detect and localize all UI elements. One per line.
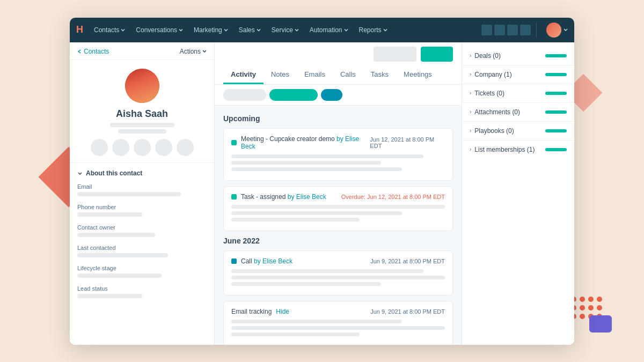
tab-notes[interactable]: Notes (264, 66, 297, 84)
tab-calls[interactable]: Calls (333, 66, 363, 84)
nav-conversations[interactable]: Conversations (131, 24, 187, 36)
tab-meetings[interactable]: Meetings (396, 66, 440, 84)
activity-dot-call (231, 258, 237, 264)
profile-action-call[interactable] (112, 139, 129, 156)
activity-card-task: Task - assigned by Elise Beck Overdue: J… (223, 186, 453, 231)
tab-tasks[interactable]: Tasks (363, 66, 396, 84)
field-email-label: Email (77, 183, 207, 190)
activity-email-tracking-title: Email tracking (231, 308, 272, 315)
breadcrumb[interactable]: Contacts (77, 48, 109, 55)
tab-emails[interactable]: Emails (297, 66, 333, 84)
section-title-june: June 2022 (223, 237, 453, 245)
profile-action-meeting[interactable] (155, 139, 172, 156)
right-panel-attachments[interactable]: › Attachments (0) (462, 103, 574, 122)
nav-marketing[interactable]: Marketing (189, 24, 232, 36)
deco-rect (589, 315, 612, 333)
nav-contacts[interactable]: Contacts (90, 24, 129, 36)
right-panel-list-memberships-action[interactable] (545, 148, 567, 151)
right-panel-tickets[interactable]: › Tickets (0) (462, 84, 574, 103)
profile-subtitle-2 (118, 129, 166, 134)
right-panel: › Deals (0) › Company (1) › Tickets (0) (462, 42, 574, 345)
field-lead-status: Lead status (77, 285, 207, 298)
actions-button[interactable]: Actions (180, 48, 207, 55)
activity-feed: Upcoming Meeting - Cupcake creator demo … (215, 106, 462, 345)
activity-task-title: Task - assigned by Elise Beck (241, 193, 326, 201)
main-content: Activity Notes Emails Calls Tasks Meetin… (215, 42, 462, 345)
field-lifecycle-label: Lifecycle stage (77, 265, 207, 271)
nav-icon-2[interactable] (494, 25, 505, 35)
main-header: Activity Notes Emails Calls Tasks Meetin… (215, 42, 462, 85)
field-email: Email (77, 183, 207, 196)
field-owner-label: Contact owner (77, 224, 207, 231)
about-toggle[interactable]: About this contact (77, 169, 207, 177)
nav-automation[interactable]: Automation (305, 24, 353, 36)
nav-service[interactable]: Service (267, 24, 303, 36)
profile-action-task[interactable] (134, 139, 151, 156)
browser-window: H Contacts Conversations Marketing Sales… (70, 18, 574, 345)
activity-call-date: Jun 9, 2021 at 8:00 PM EDT (370, 258, 445, 264)
right-panel-list-memberships[interactable]: › List memberships (1) (462, 141, 574, 159)
profile-actions (77, 139, 207, 156)
activity-task-by[interactable]: by Elise Beck (288, 193, 326, 201)
activity-card-call: Call by Elise Beck Jun 9, 2021 at 8:00 P… (223, 250, 453, 295)
activity-dot-meeting (231, 140, 237, 145)
right-panel-company-label: Company (1) (474, 71, 511, 78)
nav-reports[interactable]: Reports (355, 24, 392, 36)
section-title-upcoming: Upcoming (223, 114, 453, 123)
filter-pill-1[interactable] (223, 89, 266, 101)
right-panel-playbooks[interactable]: › Playbooks (0) (462, 122, 574, 141)
activity-dot-task (231, 194, 237, 200)
field-last-contacted: Last contacted (77, 245, 207, 257)
right-panel-deals-action[interactable] (545, 54, 567, 57)
profile-action-more[interactable] (177, 139, 194, 156)
nav-sales[interactable]: Sales (235, 24, 265, 36)
profile-subtitle-1 (110, 123, 174, 127)
right-panel-company[interactable]: › Company (1) (462, 65, 574, 84)
activity-card-email-tracking: Email tracking Hide Jun 9, 2021 at 8:00 … (223, 301, 453, 345)
tabs: Activity Notes Emails Calls Tasks Meetin… (223, 66, 453, 84)
tab-activity[interactable]: Activity (223, 66, 264, 84)
nav-icon-3[interactable] (507, 25, 518, 35)
activity-meeting-title: Meeting - Cupcake creator demo by Elise … (241, 135, 370, 150)
activity-call-title: Call by Elise Beck (241, 257, 292, 265)
top-nav: H Contacts Conversations Marketing Sales… (70, 18, 574, 42)
filter-pill-2[interactable] (269, 89, 318, 101)
header-btn-1[interactable] (374, 47, 416, 62)
right-panel-tickets-label: Tickets (0) (474, 90, 504, 97)
user-avatar[interactable] (546, 23, 561, 38)
profile-avatar (125, 69, 159, 103)
activity-meeting-date: Jun 12, 2021 at 8:00 PM EDT (370, 136, 445, 149)
activity-card-meeting: Meeting - Cupcake creator demo by Elise … (223, 128, 453, 181)
nav-icon-4[interactable] (520, 25, 531, 35)
email-tracking-hide-button[interactable]: Hide (276, 308, 289, 315)
right-panel-list-memberships-label: List memberships (1) (474, 146, 535, 153)
about-section: About this contact Email Phone number Co… (70, 163, 214, 312)
avatar-chevron (564, 28, 568, 31)
nav-icon-1[interactable] (481, 25, 492, 35)
right-panel-playbooks-action[interactable] (545, 129, 567, 132)
left-sidebar: Contacts Actions Aisha Saah (70, 42, 215, 345)
field-phone: Phone number (77, 204, 207, 217)
right-panel-attachments-label: Attachments (0) (474, 108, 520, 116)
field-last-contacted-label: Last contacted (77, 245, 207, 251)
field-phone-label: Phone number (77, 204, 207, 210)
activity-email-tracking-date: Jun 9, 2021 at 8:00 PM EDT (370, 308, 445, 315)
right-panel-tickets-action[interactable] (545, 92, 567, 95)
right-panel-playbooks-label: Playbooks (0) (474, 127, 514, 135)
right-panel-company-action[interactable] (545, 73, 567, 76)
field-lifecycle: Lifecycle stage (77, 265, 207, 278)
profile-action-email[interactable] (91, 139, 108, 156)
right-panel-deals-label: Deals (0) (474, 52, 501, 60)
right-panel-deals[interactable]: › Deals (0) (462, 47, 574, 65)
filter-bar (215, 85, 462, 106)
field-owner: Contact owner (77, 224, 207, 237)
activity-task-date: Overdue: Jun 12, 2021 at 8:00 PM EDT (341, 194, 445, 200)
profile-section: Aisha Saah (70, 60, 214, 163)
nav-icons (481, 25, 531, 35)
right-panel-attachments-action[interactable] (545, 110, 567, 114)
filter-pill-3[interactable] (321, 89, 342, 101)
hubspot-logo: H (76, 24, 83, 35)
activity-call-by[interactable]: by Elise Beck (254, 257, 292, 265)
field-lead-status-label: Lead status (77, 285, 207, 292)
header-btn-2[interactable] (421, 47, 453, 62)
